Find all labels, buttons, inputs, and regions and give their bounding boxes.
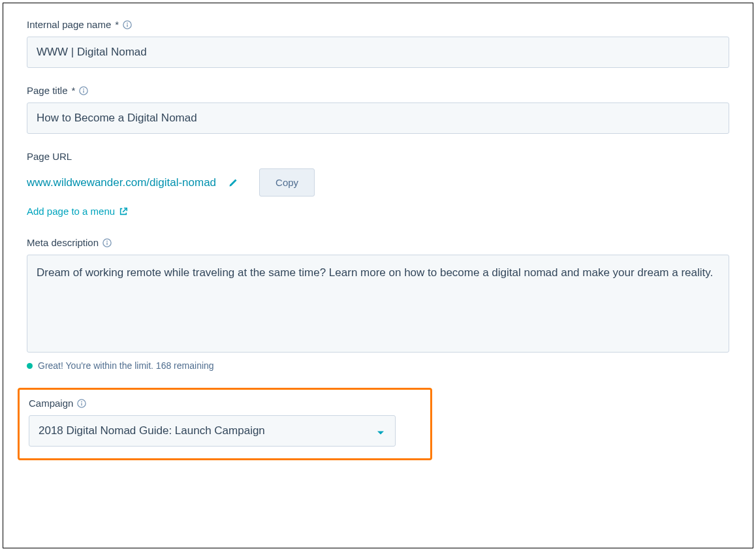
page-url-group: Page URL www.wildwewander.com/digital-no… [27, 151, 729, 217]
internal-page-name-label: Internal page name * [27, 19, 729, 30]
page-title-input[interactable] [27, 102, 729, 134]
page-url-value: www.wildwewander.com/digital-nomad [27, 176, 216, 189]
page-url-label: Page URL [27, 151, 729, 162]
caret-down-icon [377, 427, 385, 435]
page-title-label: Page title * [27, 85, 729, 96]
info-icon[interactable] [77, 399, 86, 408]
status-dot-icon [27, 363, 33, 369]
page-title-group: Page title * [27, 85, 729, 134]
campaign-select[interactable]: 2018 Digital Nomad Guide: Launch Campaig… [29, 415, 396, 447]
svg-rect-5 [84, 90, 84, 93]
svg-point-4 [84, 88, 85, 89]
label-text: Page URL [27, 151, 72, 162]
campaign-selected-value: 2018 Digital Nomad Guide: Launch Campaig… [39, 424, 265, 437]
label-text: Internal page name [27, 19, 111, 30]
status-text: Great! You're within the limit. 168 rema… [38, 360, 214, 371]
external-link-icon [119, 207, 128, 216]
meta-description-label: Meta description [27, 237, 729, 248]
info-icon[interactable] [102, 238, 112, 247]
meta-description-status: Great! You're within the limit. 168 rema… [27, 360, 729, 371]
required-marker: * [72, 85, 76, 96]
page-url-row: www.wildwewander.com/digital-nomad Copy [27, 168, 729, 197]
info-icon[interactable] [123, 20, 132, 29]
svg-point-7 [106, 240, 108, 242]
campaign-highlight: Campaign 2018 Digital Nomad Guide: Launc… [18, 388, 432, 460]
internal-page-name-input[interactable] [27, 37, 729, 68]
edit-url-button[interactable] [227, 176, 240, 189]
copy-url-button[interactable]: Copy [259, 168, 315, 197]
label-text: Meta description [27, 237, 99, 248]
campaign-label: Campaign [29, 398, 421, 409]
page-settings-panel: Internal page name * Page title * Page U… [3, 3, 753, 548]
meta-description-group: Meta description Great! You're within th… [27, 237, 729, 371]
label-text: Page title [27, 85, 68, 96]
svg-rect-11 [82, 403, 82, 405]
svg-point-1 [127, 22, 128, 24]
link-text: Add page to a menu [27, 206, 115, 217]
info-icon[interactable] [79, 86, 88, 95]
add-page-to-menu-link[interactable]: Add page to a menu [27, 206, 128, 217]
svg-rect-2 [127, 24, 127, 27]
label-text: Campaign [29, 398, 73, 409]
internal-page-name-group: Internal page name * [27, 19, 729, 68]
svg-rect-8 [106, 242, 107, 245]
required-marker: * [115, 19, 119, 30]
meta-description-input[interactable] [27, 255, 729, 353]
svg-point-10 [82, 401, 83, 402]
